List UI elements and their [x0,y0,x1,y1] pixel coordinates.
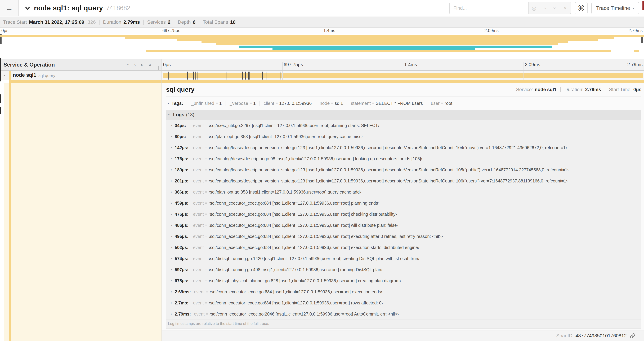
log-expand-icon[interactable]: › [171,134,172,139]
log-timestamp: 201μs: [175,178,190,183]
tag-item[interactable]: _verbose=1 [226,101,260,106]
log-entry-row[interactable]: ›2.79ms:event=‹sql/conn_executor_exec.go… [166,308,641,319]
log-expand-icon[interactable]: › [171,312,172,316]
log-entry-row[interactable]: ›34μs:event=‹sql/exec_util.go:2297 [nsql… [166,120,641,131]
collapse-all-icon[interactable]: » [141,62,144,68]
equals-sign: = [205,301,207,305]
log-message: ‹sql/catalog/lease/descriptor_version_st… [208,178,568,183]
log-expand-icon[interactable]: › [171,256,172,261]
log-field-name: event [193,223,204,228]
log-expand-icon[interactable]: › [171,301,172,305]
collapse-trace-header-icon[interactable] [24,5,31,12]
log-entry-row[interactable]: ›189μs:event=‹sql/catalog/lease/descript… [166,164,641,175]
log-field-name: event [193,134,204,139]
log-entry-row[interactable]: ›502μs:event=‹sql/conn_executor_exec.go:… [166,242,641,253]
log-expand-icon[interactable]: › [171,223,172,227]
divider [174,20,174,25]
log-entry-row[interactable]: ›476μs:event=‹sql/conn_executor_exec.go:… [166,209,641,220]
log-expand-icon[interactable]: › [171,145,172,150]
tags-expand-icon[interactable]: › [168,101,169,106]
timeline-tick-label: 0μs [163,62,171,67]
log-message: ‹sql/distsql_running.go:498 [nsql1,clien… [208,267,382,272]
log-entry-row[interactable]: ›597μs:event=‹sql/distsql_running.go:498… [166,264,641,275]
log-expand-icon[interactable]: › [171,289,172,294]
span-timeline-cell[interactable] [162,71,644,80]
minimap-span-bar [272,48,475,50]
log-entry-row[interactable]: ›201μs:event=‹sql/catalog/lease/descript… [166,175,641,186]
meta-value: 2 [168,20,170,25]
tag-item[interactable]: statement=SELECT * FROM users [347,101,427,106]
screen-edge-artifact [0,94,1,103]
expand-all-icon[interactable]: » [148,62,151,68]
equals-sign: = [205,179,207,183]
tag-item[interactable]: client=127.0.0.1:59936 [260,101,316,106]
find-next-icon[interactable]: › [552,5,558,11]
meta-label: Total Spans [203,20,228,25]
collapse-one-icon[interactable]: › [128,62,129,68]
log-entry-row[interactable]: ›80μs:event=‹sql/plan_opt.go:358 [nsql1,… [166,131,641,142]
equals-sign: = [205,279,207,283]
logs-count: (18) [186,112,194,118]
expand-one-icon[interactable]: › [134,62,136,68]
log-timestamp: 142μs: [175,145,190,150]
log-entry-row[interactable]: ›2.69ms:event=‹sql/conn_executor_exec.go… [166,286,641,297]
timeline-gridline [524,71,524,80]
log-entry-row[interactable]: ›176μs:event=‹sql/catalog/descs/descript… [166,153,641,164]
log-entry-row[interactable]: ›459μs:event=‹sql/conn_executor_exec.go:… [166,198,641,209]
log-entry-row[interactable]: ›486μs:event=‹sql/conn_executor_exec.go:… [166,220,641,231]
equals-sign: = [205,157,207,161]
log-entry-row[interactable]: ›366μs:event=‹sql/plan_opt.go:358 [nsql1… [166,186,641,198]
log-event-tick [193,72,194,80]
log-expand-icon[interactable]: › [171,267,172,272]
back-button[interactable]: ← [0,0,19,16]
logs-collapse-icon: › [168,112,170,117]
span-id-value: 4877749850101760812 [576,333,627,338]
logs-header[interactable]: › Logs (18) [166,110,641,120]
equals-sign: = [216,101,218,106]
log-entry-row[interactable]: ›2.7ms:event=‹sql/conn_executor_exec.go:… [166,297,641,308]
log-field-name: event [193,245,204,250]
log-expand-icon[interactable]: › [171,156,172,161]
log-entry-row[interactable]: ›142μs:event=‹sql/catalog/lease/descript… [166,142,641,153]
log-expand-icon[interactable]: › [171,190,172,194]
log-entry-row[interactable]: ›678μs:event=‹sql/distsql_physical_plann… [166,275,641,286]
log-expand-icon[interactable]: › [171,278,172,283]
log-entry-row[interactable]: ›574μs:event=‹sql/distsql_running.go:142… [166,253,641,264]
column-resizer-handle[interactable]: || [158,65,161,71]
span-row-name-cell[interactable]: › node sql1 sql query [0,71,162,80]
tags-row[interactable]: › Tags: _unfinished=1_verbose=1client=12… [166,97,642,110]
log-expand-icon[interactable]: › [171,179,172,183]
timeline-tick-label: 2.09ms [525,62,540,67]
tags-label: Tags: [172,101,183,106]
keyboard-shortcuts-button[interactable]: ⌘ [575,2,588,14]
collapse-span-icon[interactable]: › [4,73,5,78]
tag-item[interactable]: _unfinished=1 [187,101,226,106]
timeline-minimap[interactable] [0,34,644,53]
tag-item[interactable]: node=sql1 [316,101,347,106]
equals-sign: = [331,101,333,106]
log-expand-icon[interactable]: › [171,201,172,205]
find-input[interactable] [450,2,528,14]
log-expand-icon[interactable]: › [171,234,172,239]
log-expand-icon[interactable]: › [171,123,172,128]
log-field-name: event [193,201,204,206]
log-expand-icon[interactable]: › [171,245,172,250]
copy-link-icon[interactable] [628,333,635,338]
tag-item[interactable]: user=root [427,101,456,106]
log-timestamp: 678μs: [175,278,190,283]
start-time-label: Start Time: [609,87,632,92]
log-expand-icon[interactable]: › [171,168,172,172]
log-message: ‹sql/plan_opt.go:358 [nsql1,client=127.0… [208,134,363,139]
log-event-tick [245,72,246,80]
trace-view-selector[interactable]: Trace Timeline › [591,2,639,14]
log-message: ‹sql/conn_executor_exec.go:684 [nsql1,cl… [208,223,398,228]
meta-value-fraction: .326 [86,20,96,25]
span-row: › node sql1 sql query [0,71,644,80]
minimap-span-bar [216,43,558,45]
command-icon: ⌘ [578,4,584,12]
log-entry-row[interactable]: ›495μs:event=‹sql/conn_executor_exec.go:… [166,231,641,242]
log-expand-icon[interactable]: › [171,212,172,216]
clear-find-icon[interactable]: × [562,5,568,11]
locate-icon[interactable]: ◎ [531,5,537,11]
find-prev-icon[interactable]: › [542,5,548,11]
